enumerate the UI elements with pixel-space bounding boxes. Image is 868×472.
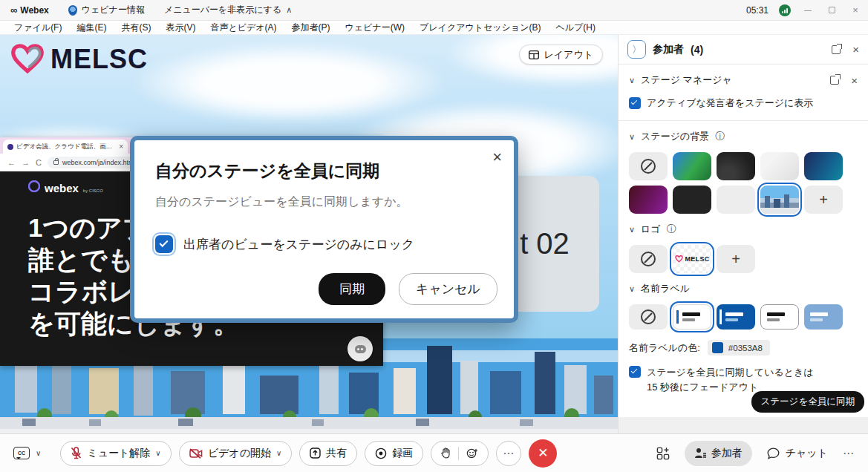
stage-manager-section-header[interactable]: ∨ ステージ マネージャ × [619,65,868,90]
background-swatch-dark[interactable] [717,152,755,180]
name-label-style-3[interactable] [760,304,799,330]
cancel-button[interactable]: キャンセル [399,273,497,305]
maximize-button[interactable] [825,4,838,16]
raise-hand-icon[interactable] [441,448,451,459]
logo-swatch-none[interactable] [629,245,668,273]
fade-out-label-line2: 15 秒後にフェードアウト [647,381,758,393]
reload-icon[interactable]: C [36,158,42,167]
chevron-down-icon: ∨ [629,284,635,294]
lock-attendee-view-label: 出席者のビューをステージのみにロック [183,236,414,253]
menu-share[interactable]: 共有(S) [114,21,157,35]
webinar-info-button[interactable]: ウェビナー情報 [68,4,145,16]
connection-quality-icon[interactable] [779,4,791,16]
logo-swatch-label: MELSC [685,255,710,263]
logo-section-header[interactable]: ∨ ロゴ ⓘ [619,214,868,239]
chat-bubble-icon [767,448,780,459]
chevron-down-icon: ∨ [36,449,41,457]
reactions-smiley-icon[interactable] [466,448,478,459]
minimize-button[interactable] [801,4,815,16]
melsc-heart-icon [10,44,45,75]
camera-slash-icon [189,448,203,459]
check-icon [159,238,168,247]
lock-attendee-view-checkbox[interactable] [155,235,173,253]
active-speaker-checkbox[interactable] [629,97,641,109]
leave-meeting-button[interactable]: ✕ [529,439,557,468]
sync-button[interactable]: 同期 [319,273,385,305]
logo-swatch-melsc-selected[interactable]: MELSC [673,245,711,273]
add-background-button[interactable]: + [804,186,843,214]
sync-stage-to-all-button[interactable]: ステージを全員に同期 [751,391,864,413]
layout-button[interactable]: レイアウト [519,45,603,65]
menu-participants[interactable]: 参加者(P) [285,21,337,35]
close-window-button[interactable]: × [849,4,862,16]
background-swatch-gray[interactable] [717,186,755,214]
chat-assistant-icon[interactable] [347,336,373,361]
logo-swatch-grid: MELSC + [619,239,868,273]
chat-button[interactable]: チャット [767,447,828,460]
person-icon [694,448,706,459]
more-panels-button[interactable]: ⋯ [843,447,855,460]
melsc-heart-icon [675,255,683,263]
name-label-style-4[interactable] [804,304,843,330]
collapse-panel-button[interactable]: 〉 [627,40,646,59]
name-label-color-label: 名前ラベルの色: [629,341,700,355]
name-label-style-2[interactable] [717,304,755,330]
app-name: Webex [20,5,48,16]
chevron-down-icon: ∨ [155,449,160,457]
hide-menubar-label: メニューバーを非表示にする [164,4,281,16]
fade-out-checkbox[interactable] [629,366,641,378]
stage-background-title: ステージの背景 [641,130,709,143]
background-swatch-teal-green[interactable] [673,152,711,180]
background-swatch-black[interactable] [673,186,711,214]
unmute-button[interactable]: ミュート解除 ∨ [60,441,171,466]
menu-breakout[interactable]: ブレイクアウトセッション(B) [413,21,547,35]
share-button[interactable]: 共有 [299,441,357,466]
background-swatch-grid: + [619,146,868,214]
participants-button[interactable]: 参加者 [685,441,752,466]
record-icon [375,448,387,459]
chevron-up-icon: ∧ [286,5,292,15]
info-icon[interactable]: ⓘ [715,130,725,143]
close-panel-icon[interactable]: × [852,43,859,56]
menu-help[interactable]: ヘルプ(H) [549,21,602,35]
participants-panel: 〉 参加者 (4) × ∨ ステージ マネージャ × アクティブな発言者をステー… [618,35,868,433]
webex-site-logo: webex by CISCO [28,180,103,194]
menu-audio-video[interactable]: 音声とビデオ(A) [203,21,283,35]
browser-tab[interactable]: ビデオ会議、クラウド電話、画面共有 × [3,140,128,154]
more-options-button[interactable]: ⋯ [496,441,521,466]
site-subtitle: by CISCO [83,189,103,193]
favicon [7,144,13,150]
menu-webinar[interactable]: ウェビナー(W) [339,21,411,35]
name-label-color-picker[interactable]: #0353A8 [708,340,770,355]
menu-file[interactable]: ファイル(F) [7,21,68,35]
stage-bottom-strip [0,429,618,433]
webex-brand: ∞ Webex [10,4,49,16]
background-swatch-magenta[interactable] [629,186,668,214]
background-swatch-cityscape-selected[interactable] [760,186,799,214]
name-label-style-1-selected[interactable] [673,304,711,330]
name-label-section-header[interactable]: ∨ 名前ラベル [619,273,868,298]
background-swatch-navy-teal[interactable] [804,152,843,180]
record-button[interactable]: 録画 [365,441,423,466]
back-icon[interactable]: ← [7,158,16,167]
popout-icon[interactable] [832,45,841,54]
background-swatch-light[interactable] [760,152,799,180]
apps-icon[interactable] [656,447,670,460]
info-icon[interactable]: ⓘ [667,223,676,236]
add-logo-button[interactable]: + [717,245,755,273]
forward-icon[interactable]: → [22,158,30,167]
hide-menubar-button[interactable]: メニューバーを非表示にする ∧ [164,4,292,16]
logo-title: ロゴ [641,223,661,236]
dialog-close-icon[interactable]: × [492,149,502,165]
background-swatch-none[interactable] [629,152,668,180]
captions-control[interactable]: CC ∨ [13,447,41,459]
popout-icon[interactable] [830,76,839,85]
tab-close-icon[interactable]: × [119,142,123,151]
name-label-none[interactable] [629,304,668,330]
menu-edit[interactable]: 編集(E) [70,21,113,35]
webex-circle-icon [28,180,40,192]
stage-background-section-header[interactable]: ∨ ステージの背景 ⓘ [619,121,868,146]
close-section-icon[interactable]: × [851,74,858,87]
start-video-button[interactable]: ビデオの開始 ∨ [179,441,293,466]
menu-view[interactable]: 表示(V) [159,21,202,35]
